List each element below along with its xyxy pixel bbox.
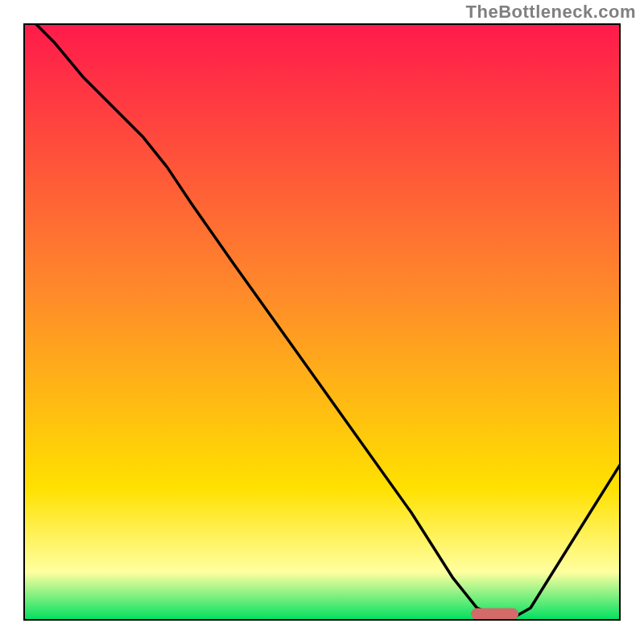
optimal-range-marker — [471, 609, 518, 620]
gradient-background — [24, 24, 620, 620]
bottleneck-chart — [0, 0, 644, 644]
chart-stage: TheBottleneck.com — [0, 0, 644, 644]
watermark-text: TheBottleneck.com — [466, 2, 636, 23]
